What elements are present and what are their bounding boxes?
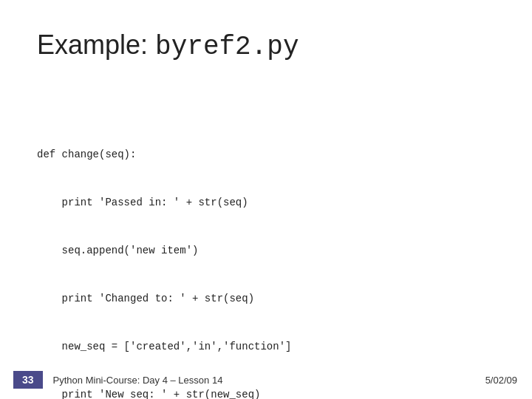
footer-course-text: Python Mini-Course: Day 4 – Lesson 14 <box>53 375 223 386</box>
function-code-section: def change(seq): print 'Passed in: ' + s… <box>37 115 495 399</box>
code-line-2: print 'Passed in: ' + str(seq) <box>37 195 495 211</box>
slide-title: Example: byref2.py <box>37 30 495 62</box>
slide-number-badge: 33 <box>13 371 43 389</box>
code-line-1: def change(seq): <box>37 147 495 163</box>
footer: 33 Python Mini-Course: Day 4 – Lesson 14… <box>0 371 532 389</box>
code-line-6: print 'New seq: ' + str(new_seq) <box>37 387 495 399</box>
title-prefix: Example: <box>37 30 155 60</box>
code-block: def change(seq): print 'Passed in: ' + s… <box>37 83 495 399</box>
code-line-4: print 'Changed to: ' + str(seq) <box>37 291 495 307</box>
title-filename: byref2.py <box>155 32 299 62</box>
slide: Example: byref2.py def change(seq): prin… <box>0 0 532 399</box>
code-line-5: new_seq = ['created','in','function'] <box>37 339 495 355</box>
footer-date: 5/02/09 <box>485 375 517 386</box>
code-line-3: seq.append('new item') <box>37 243 495 259</box>
